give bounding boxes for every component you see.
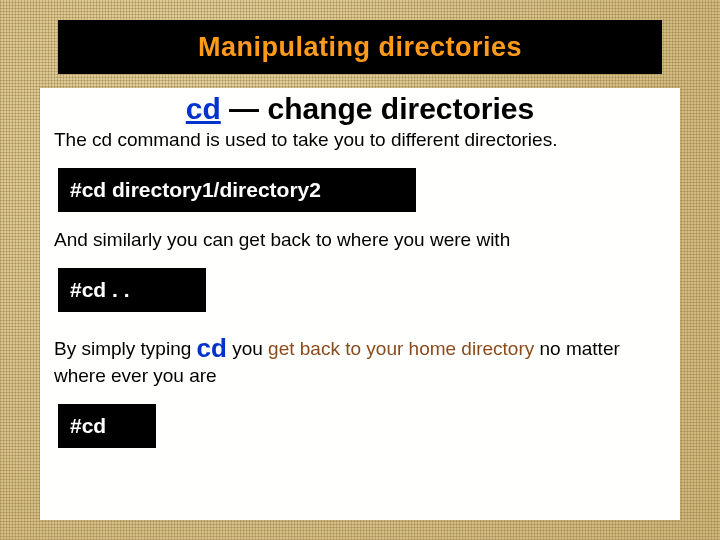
p3-highlight: get back to your home directory	[268, 338, 534, 359]
content-panel: cd — change directories The cd command i…	[40, 88, 680, 520]
heading-text: — change directories	[221, 92, 534, 125]
paragraph-3: By simply typing cd you get back to your…	[54, 332, 666, 388]
paragraph-2: And similarly you can get back to where …	[54, 228, 666, 252]
slide-title: Manipulating directories	[198, 32, 522, 63]
p1-text-a: The	[54, 129, 92, 150]
p2-text: And similarly you can get back to where …	[54, 229, 510, 250]
code-block-2: #cd . .	[58, 268, 206, 312]
code-3-text: #cd	[70, 414, 106, 437]
code-2-text: #cd . .	[70, 278, 130, 301]
section-heading: cd — change directories	[40, 92, 680, 126]
code-1-text: #cd directory1/directory2	[70, 178, 321, 201]
p1-text-b: command is used to take you to different…	[112, 129, 557, 150]
p1-command: cd	[92, 129, 112, 150]
title-bar: Manipulating directories	[58, 20, 662, 74]
spacer	[40, 326, 680, 330]
p3-text-a: By simply typing	[54, 338, 197, 359]
paragraph-1: The cd command is used to take you to di…	[54, 128, 666, 152]
heading-command: cd	[186, 92, 221, 125]
slide: Manipulating directories cd — change dir…	[0, 0, 720, 540]
p3-command: cd	[197, 333, 227, 363]
code-block-1: #cd directory1/directory2	[58, 168, 416, 212]
p3-text-b: you	[227, 338, 268, 359]
code-block-3: #cd	[58, 404, 156, 448]
